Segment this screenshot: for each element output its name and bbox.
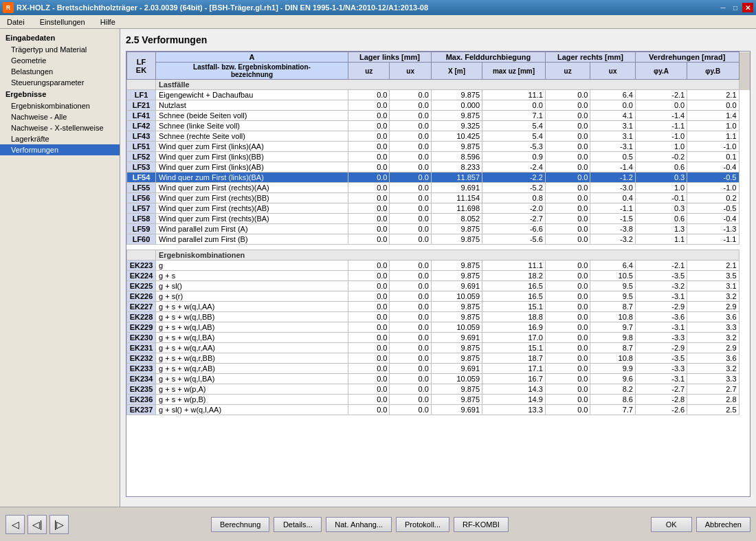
sidebar-item-traegertyp[interactable]: Trägertyp und Material — [0, 44, 120, 55]
lf-val-i: 0.1 — [687, 152, 739, 162]
nav-prev-button[interactable]: ◁| — [27, 515, 47, 534]
ek-val-f: 0.0 — [545, 291, 590, 302]
lf-val-d: 9.691 — [431, 183, 482, 193]
lf-id-cell: LF57 — [127, 203, 156, 214]
lf-val-g: -3.8 — [590, 224, 636, 234]
table-row[interactable]: LF57 Wind quer zum First (rechts)(AB) 0.… — [127, 203, 751, 214]
sidebar-item-steuerungsparameter[interactable]: Steuerungsparameter — [0, 77, 120, 88]
table-row[interactable]: LF60 Wind parallel zum First (B) 0.0 0.0… — [127, 234, 751, 245]
sidebar-item-geometrie[interactable]: Geometrie — [0, 55, 120, 66]
table-row[interactable]: LF52 Wind quer zum First (links)(BB) 0.0… — [127, 152, 751, 162]
table-row[interactable]: LF55 Wind quer zum First (rechts)(AA) 0.… — [127, 183, 751, 193]
nat-anhang-button[interactable]: Nat. Anhang... — [326, 517, 392, 532]
sidebar-item-verformungen[interactable]: Verformungen — [0, 144, 120, 155]
nav-next-button[interactable]: |▷ — [49, 515, 69, 534]
table-row[interactable]: EK235 g + s + w(p,A) 0.0 0.0 9.875 14.3 … — [127, 384, 751, 395]
lf-label-cell: Wind quer zum First (links)(BB) — [156, 152, 348, 162]
menu-datei[interactable]: Datei — [3, 16, 29, 27]
table-row[interactable]: EK227 g + s + w(q,l,AA) 0.0 0.0 9.875 15… — [127, 302, 751, 312]
col-sub-ll-ux: ux — [390, 63, 431, 80]
ek-id-cell: EK225 — [127, 281, 156, 291]
sidebar-item-lagerkraefte[interactable]: Lagerkräfte — [0, 133, 120, 144]
sidebar-item-nachweise-xstellenweise[interactable]: Nachweise - X-stellenweise — [0, 122, 120, 133]
lf-val-d: 8.233 — [431, 162, 482, 173]
lf-val-c: 0.0 — [390, 90, 431, 100]
table-row[interactable]: EK228 g + s + w(q,l,BB) 0.0 0.0 9.875 18… — [127, 312, 751, 322]
table-row[interactable]: EK225 g + sl() 0.0 0.0 9.691 16.5 0.0 9.… — [127, 281, 751, 291]
sidebar-item-belastungen[interactable]: Belastungen — [0, 66, 120, 77]
close-button[interactable]: ✕ — [742, 3, 753, 12]
ek-val-c: 0.0 — [390, 322, 431, 333]
section-ergebniskombinationen: Ergebniskombinationen — [127, 250, 751, 261]
ek-id-cell: EK233 — [127, 364, 156, 374]
table-row[interactable]: EK234 g + s + w(q,l,BA) 0.0 0.0 10.059 1… — [127, 374, 751, 384]
table-row[interactable]: EK224 g + s 0.0 0.0 9.875 18.2 0.0 10.5 … — [127, 271, 751, 281]
details-button[interactable]: Details... — [274, 517, 322, 532]
table-row[interactable]: LF42 Schnee (linke Seite voll) 0.0 0.0 9… — [127, 121, 751, 131]
lf-val-f: 0.0 — [545, 131, 590, 142]
minimize-button[interactable]: ─ — [718, 3, 729, 12]
lf-val-d: 9.875 — [431, 224, 482, 234]
ek-val-h: -2.9 — [635, 343, 687, 353]
rf-kombi-button[interactable]: RF-KOMBI — [454, 517, 509, 532]
table-row[interactable]: EK230 g + s + w(q,l,BA) 0.0 0.0 9.691 17… — [127, 333, 751, 343]
title-bar-buttons: ─ □ ✕ — [718, 3, 753, 12]
ek-val-d: 9.691 — [431, 405, 482, 415]
menu-einstellungen[interactable]: Einstellungen — [36, 16, 89, 27]
ek-val-e: 16.7 — [482, 374, 546, 384]
table-row[interactable]: LF43 Schnee (rechte Seite voll) 0.0 0.0 … — [127, 131, 751, 142]
ek-val-c: 0.0 — [390, 281, 431, 291]
lf-rows: LF1 Eigengewicht + Dachaufbau 0.0 0.0 9.… — [127, 90, 751, 245]
table-row[interactable]: LF56 Wind quer zum First (rechts)(BB) 0.… — [127, 193, 751, 203]
sidebar-item-ergebniskombinationen[interactable]: Ergebniskombinationen — [0, 100, 120, 111]
table-row[interactable]: LF59 Wind parallel zum First (A) 0.0 0.0… — [127, 224, 751, 234]
abbrechen-button[interactable]: Abbrechen — [696, 517, 751, 532]
lf-val-i: -1.1 — [687, 234, 739, 245]
ek-val-e: 15.1 — [482, 302, 546, 312]
lf-val-h: 1.0 — [635, 183, 687, 193]
table-row[interactable]: LF54 Wind quer zum First (links)(BA) 0.0… — [127, 173, 751, 183]
ek-val-f: 0.0 — [545, 312, 590, 322]
ek-val-e: 17.0 — [482, 333, 546, 343]
table-row[interactable]: EK229 g + s + w(q,l,AB) 0.0 0.0 10.059 1… — [127, 322, 751, 333]
lf-val-b: 0.0 — [348, 234, 389, 245]
lf-val-i: 1.0 — [687, 121, 739, 131]
table-row[interactable]: EK237 g + sl() + w(q,l,AA) 0.0 0.0 9.691… — [127, 405, 751, 415]
table-row[interactable]: LF21 Nutzlast 0.0 0.0 0.000 0.0 0.0 0.0 … — [127, 100, 751, 111]
nav-back-button[interactable]: ◁ — [5, 515, 25, 534]
menu-hilfe[interactable]: Hilfe — [96, 16, 120, 27]
lf-label-cell: Wind quer zum First (links)(AA) — [156, 142, 348, 152]
table-row[interactable]: EK232 g + s + w(q,r,BB) 0.0 0.0 9.875 18… — [127, 353, 751, 364]
table-row[interactable]: LF51 Wind quer zum First (links)(AA) 0.0… — [127, 142, 751, 152]
table-row[interactable]: LF1 Eigengewicht + Dachaufbau 0.0 0.0 9.… — [127, 90, 751, 100]
table-row[interactable]: EK233 g + s + w(q,r,AB) 0.0 0.0 9.691 17… — [127, 364, 751, 374]
lf-id-cell: LF52 — [127, 152, 156, 162]
ek-val-c: 0.0 — [390, 384, 431, 395]
ek-val-f: 0.0 — [545, 343, 590, 353]
ek-val-i: 2.5 — [687, 405, 739, 415]
table-row[interactable]: LF41 Schnee (beide Seiten voll) 0.0 0.0 … — [127, 111, 751, 121]
ek-label-cell: g + s(r) — [156, 291, 348, 302]
protokoll-button[interactable]: Protokoll... — [396, 517, 449, 532]
ek-label-cell: g + s + w(p,A) — [156, 384, 348, 395]
ek-val-i: 3.3 — [687, 374, 739, 384]
ek-val-h: -3.2 — [635, 281, 687, 291]
table-container[interactable]: LFEK A Lager links [mm] Max. Felddurchbi… — [126, 51, 751, 497]
lf-val-f: 0.0 — [545, 152, 590, 162]
lf-val-g: -3.1 — [590, 142, 636, 152]
table-row[interactable]: LF53 Wind quer zum First (links)(AB) 0.0… — [127, 162, 751, 173]
lf-id-cell: LF1 — [127, 90, 156, 100]
ok-button[interactable]: OK — [651, 517, 692, 532]
table-row[interactable]: LF58 Wind quer zum First (rechts)(BA) 0.… — [127, 214, 751, 224]
maximize-button[interactable]: □ — [730, 3, 741, 12]
ek-id-cell: EK223 — [127, 261, 156, 271]
table-row[interactable]: EK236 g + s + w(p,B) 0.0 0.0 9.875 14.9 … — [127, 395, 751, 405]
col-header-a[interactable]: A — [156, 52, 348, 63]
table-row[interactable]: EK231 g + s + w(q,r,AA) 0.0 0.0 9.875 15… — [127, 343, 751, 353]
table-row[interactable]: EK226 g + s(r) 0.0 0.0 10.059 16.5 0.0 9… — [127, 291, 751, 302]
table-row[interactable]: EK223 g 0.0 0.0 9.875 11.1 0.0 6.4 -2.1 … — [127, 261, 751, 271]
sidebar-item-nachweise-alle[interactable]: Nachweise - Alle — [0, 111, 120, 122]
ek-id-cell: EK231 — [127, 343, 156, 353]
ek-val-b: 0.0 — [348, 333, 389, 343]
berechnung-button[interactable]: Berechnung — [211, 517, 269, 532]
